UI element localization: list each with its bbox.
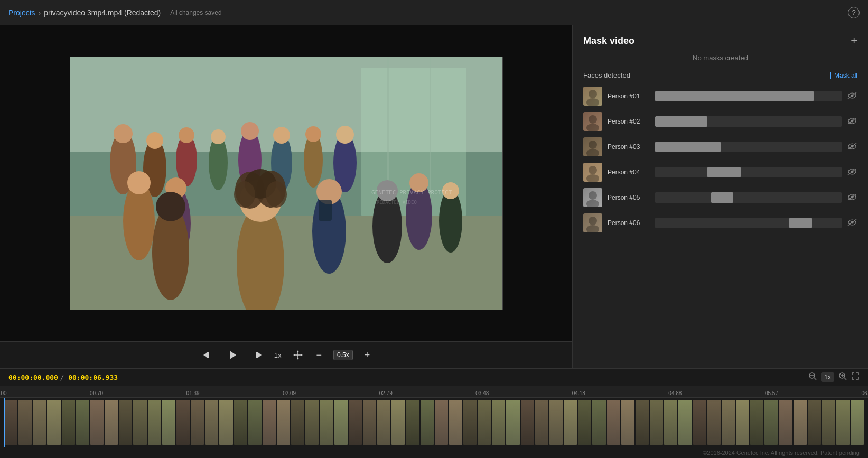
person-visibility-p5[interactable] (847, 193, 857, 202)
frame-thumb-16 (234, 400, 247, 445)
svg-rect-47 (208, 352, 209, 358)
svg-point-62 (589, 115, 597, 124)
frame-thumb-52 (750, 400, 763, 445)
frame-thumb-inner-25 (363, 400, 376, 445)
timeline-section: 00:00:00.000 / 00:00:06.933 1x (0, 368, 868, 458)
person-bar-p5 (711, 192, 733, 203)
frame-thumb-inner-59 (851, 400, 864, 445)
time-separator: / (60, 373, 64, 381)
playhead (4, 398, 5, 447)
frame-thumb-inner-41 (592, 400, 605, 445)
svg-point-23 (127, 171, 151, 194)
svg-point-11 (179, 127, 194, 143)
ruler-mark-7: 04.88 (668, 390, 682, 396)
frame-thumb-inner-24 (349, 400, 362, 445)
person-visibility-p2[interactable] (847, 117, 857, 126)
video-frame[interactable]: GENETEC PRIVACY PROTECT REDACTED VIDEO (70, 57, 503, 310)
frame-thumb-0 (4, 400, 17, 445)
frame-thumb-inner-47 (678, 400, 692, 445)
frame-thumb-54 (779, 400, 792, 445)
svg-text:REDACTED VIDEO: REDACTED VIDEO (377, 200, 417, 205)
play-pause-button[interactable] (225, 347, 240, 363)
svg-marker-56 (301, 354, 303, 356)
person-visibility-p6[interactable] (847, 219, 857, 228)
frame-thumb-inner-5 (76, 400, 89, 445)
person-timeline-p3[interactable] (655, 142, 842, 152)
frame-thumb-45 (650, 400, 663, 445)
breadcrumb-chevron-icon: › (39, 8, 41, 17)
person-visibility-p1[interactable] (847, 92, 857, 101)
frame-thumb-43 (621, 400, 634, 445)
zoom-out-button[interactable]: − (314, 348, 324, 363)
frame-thumb-34 (492, 400, 505, 445)
svg-point-17 (273, 127, 290, 144)
svg-point-83 (586, 225, 599, 232)
timeline-frames[interactable] (0, 398, 868, 447)
svg-point-63 (586, 124, 599, 131)
frame-thumb-25 (363, 400, 376, 445)
skip-back-button[interactable] (200, 348, 215, 362)
frame-thumb-44 (636, 400, 649, 445)
frame-thumb-inner-8 (119, 400, 132, 445)
add-mask-button[interactable]: + (851, 34, 857, 48)
svg-line-81 (848, 194, 856, 200)
timeline-ruler: 00.0000.7001.3902.0902.7903.4804.1804.88… (0, 386, 868, 398)
timeline-zoom-in-button[interactable] (838, 372, 847, 382)
frame-thumb-inner-11 (162, 400, 175, 445)
person-timeline-p4[interactable] (655, 167, 842, 177)
frame-thumb-inner-27 (391, 400, 405, 445)
frame-thumb-inner-45 (650, 400, 663, 445)
timeline-expand-button[interactable] (851, 372, 860, 382)
breadcrumb-projects-link[interactable]: Projects (8, 8, 35, 17)
person-avatar-p3 (583, 137, 602, 156)
timeline-zoom-out-button[interactable] (808, 372, 817, 382)
mask-all-container[interactable]: Mask all (824, 72, 857, 79)
frame-thumb-inner-52 (750, 400, 763, 445)
frame-thumb-inner-48 (693, 400, 706, 445)
move-tool-button[interactable] (291, 348, 305, 362)
move-icon (293, 350, 303, 360)
breadcrumb: Projects › privacyvideo 3mp4.mp4 (Redact… (8, 8, 222, 17)
speed-label: 1x (274, 351, 282, 359)
person-name-p3: Person #03 (608, 143, 650, 151)
skip-back-icon (202, 350, 213, 360)
frame-strip (4, 400, 864, 445)
mask-all-checkbox[interactable] (824, 72, 831, 79)
frame-thumb-inner-0 (4, 400, 17, 445)
frame-thumb-inner-33 (478, 400, 491, 445)
frame-thumb-inner-51 (736, 400, 749, 445)
svg-point-21 (336, 126, 354, 144)
svg-point-37 (156, 192, 185, 221)
top-bar: Projects › privacyvideo 3mp4.mp4 (Redact… (0, 0, 868, 25)
person-bar-p2 (655, 116, 707, 127)
svg-point-82 (589, 217, 597, 225)
person-bar-p4 (707, 167, 741, 177)
frame-thumb-48 (693, 400, 706, 445)
person-row-p5: Person #05 (583, 186, 857, 209)
person-timeline-p6[interactable] (655, 218, 842, 228)
skip-forward-button[interactable] (250, 348, 265, 362)
frame-thumb-17 (248, 400, 262, 445)
frame-thumb-5 (76, 400, 89, 445)
person-timeline-p2[interactable] (655, 116, 842, 127)
frame-thumb-inner-30 (435, 400, 448, 445)
frame-thumb-27 (391, 400, 405, 445)
person-visibility-p4[interactable] (847, 168, 857, 177)
person-timeline-p5[interactable] (655, 192, 842, 203)
person-name-p1: Person #01 (608, 92, 650, 100)
person-timeline-p1[interactable] (655, 91, 842, 101)
frame-thumb-28 (406, 400, 419, 445)
frame-thumb-18 (263, 400, 276, 445)
help-button[interactable]: ? (848, 7, 860, 18)
person-row-p3: Person #03 (583, 135, 857, 158)
mask-all-label[interactable]: Mask all (834, 72, 857, 79)
zoom-in-button[interactable]: + (362, 348, 372, 363)
frame-thumb-inner-28 (406, 400, 419, 445)
person-visibility-p3[interactable] (847, 143, 857, 152)
frame-thumb-57 (822, 400, 835, 445)
speed-value[interactable]: 0.5x (333, 350, 353, 360)
frame-thumb-3 (47, 400, 60, 445)
frame-thumb-inner-50 (722, 400, 735, 445)
svg-point-19 (305, 126, 321, 142)
zoom-in-icon (838, 372, 847, 380)
